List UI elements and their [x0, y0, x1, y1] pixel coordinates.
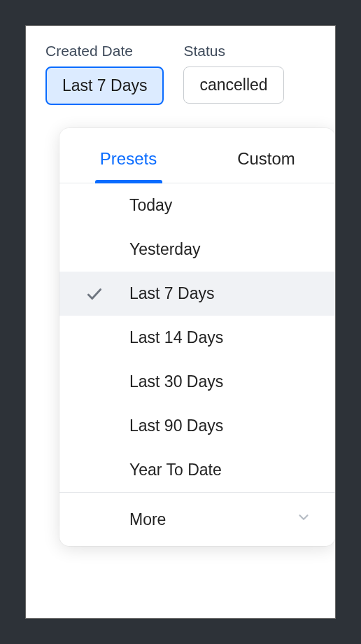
filter-label-status: Status	[183, 43, 283, 59]
option-label: Yesterday	[129, 240, 200, 259]
filter-status: Status cancelled	[183, 43, 283, 105]
option-last-90-days[interactable]: Last 90 Days	[59, 404, 335, 448]
filter-created-date: Created Date Last 7 Days	[45, 43, 164, 105]
filter-row: Created Date Last 7 Days Status cancelle…	[45, 43, 316, 105]
more-label: More	[129, 510, 166, 529]
date-preset-dropdown: Presets Custom Today Yesterday Last 7 Da…	[59, 128, 335, 546]
tab-presets[interactable]: Presets	[59, 149, 197, 183]
option-label: Today	[129, 196, 172, 215]
dropdown-tabs: Presets Custom	[59, 128, 335, 183]
option-last-7-days[interactable]: Last 7 Days	[59, 272, 335, 316]
option-label: Last 90 Days	[129, 416, 223, 435]
tab-custom[interactable]: Custom	[197, 149, 335, 183]
option-last-14-days[interactable]: Last 14 Days	[59, 316, 335, 360]
option-last-30-days[interactable]: Last 30 Days	[59, 360, 335, 404]
option-today[interactable]: Today	[59, 183, 335, 227]
option-year-to-date[interactable]: Year To Date	[59, 448, 335, 492]
option-label: Year To Date	[129, 461, 222, 479]
app-frame: Created Date Last 7 Days Status cancelle…	[25, 25, 336, 619]
filter-pill-status[interactable]: cancelled	[183, 66, 283, 104]
more-button[interactable]: More	[59, 492, 335, 546]
filter-label-created-date: Created Date	[45, 43, 164, 59]
preset-options: Today Yesterday Last 7 Days Last 14 Days…	[59, 183, 335, 492]
chevron-down-icon	[296, 510, 311, 529]
option-label: Last 7 Days	[129, 284, 214, 303]
option-yesterday[interactable]: Yesterday	[59, 227, 335, 272]
option-label: Last 30 Days	[129, 372, 223, 391]
filter-pill-created-date[interactable]: Last 7 Days	[45, 66, 164, 105]
check-icon	[59, 285, 129, 303]
option-label: Last 14 Days	[129, 328, 223, 347]
